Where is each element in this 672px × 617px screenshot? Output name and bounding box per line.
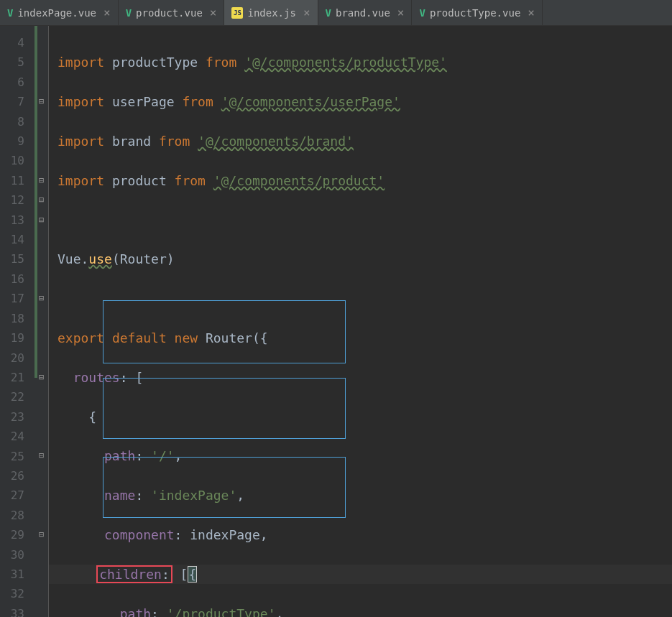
line-number: 17 <box>0 289 24 308</box>
vue-icon: V <box>7 7 13 19</box>
line-number: 7 <box>0 92 24 111</box>
tab-indexjs[interactable]: JS index.js × <box>224 0 318 25</box>
line-number: 25 <box>0 447 24 466</box>
code-area[interactable]: import productType from '@/components/pr… <box>49 26 672 617</box>
highlight-box-red: children: <box>96 565 172 583</box>
code-line[interactable]: routes: [ <box>49 368 672 387</box>
line-number: 19 <box>0 328 24 348</box>
fold-gutter[interactable]: ⊟ ⊟ ⊟ ⊟ ⊟ ⊟ ⊟ ⊟ <box>34 26 49 617</box>
line-number: 26 <box>0 466 24 486</box>
code-line[interactable]: import product from '@/components/produc… <box>49 171 672 190</box>
line-number: 32 <box>0 584 24 603</box>
line-number: 15 <box>0 249 24 269</box>
tab-label: indexPage.vue <box>17 7 96 19</box>
tab-label: product.vue <box>136 7 203 19</box>
line-number: 33 <box>0 604 24 617</box>
close-icon[interactable]: × <box>397 6 405 19</box>
vue-icon: V <box>126 7 132 19</box>
code-line[interactable]: import brand from '@/components/brand' <box>49 131 672 151</box>
line-number: 13 <box>0 210 24 230</box>
tab-label: productType.vue <box>430 7 520 19</box>
tab-producttype[interactable]: V productType.vue × <box>412 0 543 25</box>
line-number: 5 <box>0 52 24 72</box>
code-line[interactable] <box>49 289 672 308</box>
line-number: 28 <box>0 506 24 525</box>
line-number: 18 <box>0 309 24 328</box>
close-icon[interactable]: × <box>210 6 217 19</box>
code-line[interactable]: path: '/', <box>49 446 672 465</box>
line-number: 24 <box>0 427 24 446</box>
vue-icon: V <box>326 7 331 19</box>
code-line[interactable]: path: '/productType', <box>49 604 672 617</box>
js-icon: JS <box>231 7 243 19</box>
line-number: 23 <box>0 407 24 427</box>
line-number: 14 <box>0 230 24 249</box>
code-line[interactable]: name: 'indexPage', <box>49 486 672 505</box>
tab-brand[interactable]: V brand.vue × <box>318 0 413 25</box>
code-line[interactable] <box>49 210 672 230</box>
tab-bar: V indexPage.vue × V product.vue × JS ind… <box>0 0 672 26</box>
tab-label: index.js <box>247 7 295 19</box>
line-number: 16 <box>0 269 24 289</box>
close-icon[interactable]: × <box>528 6 535 19</box>
code-line[interactable]: import productType from '@/components/pr… <box>49 52 672 72</box>
line-number: 12 <box>0 190 24 210</box>
line-number: 11 <box>0 171 24 190</box>
code-line-highlighted[interactable]: children: [{ <box>49 565 672 584</box>
line-gutter: 4567891011121314151617181920212223242526… <box>0 26 34 617</box>
line-number: 30 <box>0 545 24 565</box>
code-line[interactable]: export default new Router({ <box>49 328 672 348</box>
code-line[interactable]: Vue.use(Router) <box>49 249 672 269</box>
close-icon[interactable]: × <box>303 6 310 19</box>
code-line[interactable]: import userPage from '@/components/userP… <box>49 92 672 111</box>
line-number: 8 <box>0 112 24 131</box>
line-number: 9 <box>0 131 24 151</box>
close-icon[interactable]: × <box>103 6 111 19</box>
code-line[interactable]: { <box>49 407 672 427</box>
tab-label: brand.vue <box>336 7 390 19</box>
line-number: 27 <box>0 486 24 505</box>
line-number: 31 <box>0 565 24 584</box>
line-number: 10 <box>0 151 24 170</box>
line-number: 22 <box>0 387 24 407</box>
line-number: 4 <box>0 33 24 52</box>
line-number: 29 <box>0 525 24 544</box>
line-number: 20 <box>0 348 24 368</box>
code-line[interactable]: component: indexPage, <box>49 525 672 544</box>
line-number: 21 <box>0 368 24 387</box>
editor[interactable]: 4567891011121314151617181920212223242526… <box>0 26 672 617</box>
vue-icon: V <box>419 7 425 19</box>
tab-product[interactable]: V product.vue × <box>119 0 225 25</box>
tab-indexpage[interactable]: V indexPage.vue × <box>0 0 119 25</box>
line-number: 6 <box>0 73 24 92</box>
